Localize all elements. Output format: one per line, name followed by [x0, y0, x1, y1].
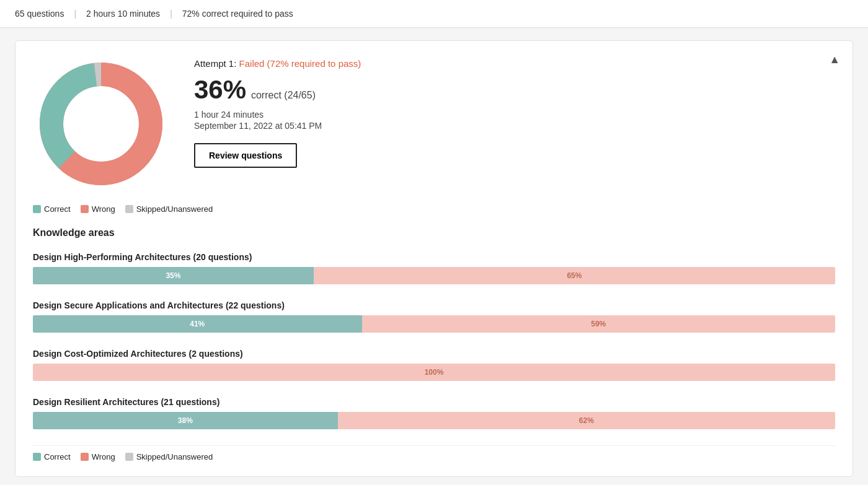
bottom-skipped-dot	[125, 453, 133, 461]
knowledge-area-1: Design High-Performing Architectures (20…	[33, 252, 835, 284]
attempt-header: Attempt 1: Failed (72% required to pass)…	[33, 56, 835, 192]
correct-pct-4: 38%	[178, 416, 193, 425]
bar-wrong-3: 100%	[33, 364, 835, 381]
wrong-pct-4: 62%	[579, 416, 594, 425]
wrong-pct-1: 65%	[567, 271, 582, 280]
top-bar: 65 questions | 2 hours 10 minutes | 72% …	[0, 0, 868, 28]
ka-title-4: Design Resilient Architectures (21 quest…	[33, 397, 835, 407]
wrong-pct-2: 59%	[591, 320, 606, 328]
pass-requirement: 72% correct required to pass	[182, 9, 293, 19]
bottom-wrong-label: Wrong	[92, 452, 115, 461]
main-content: ▲	[0, 28, 868, 485]
correct-label: Correct	[44, 204, 71, 214]
bar-correct-2: 41%	[33, 315, 362, 333]
duration: 2 hours 10 minutes	[86, 9, 160, 19]
attempt-info: Attempt 1: Failed (72% required to pass)…	[194, 56, 361, 168]
knowledge-area-2: Design Secure Applications and Architect…	[33, 300, 835, 333]
score-row: 36% correct (24/65)	[194, 75, 361, 105]
sep-2: |	[170, 9, 172, 19]
bar-track-1: 35% 65%	[33, 267, 835, 284]
bottom-correct-label: Correct	[44, 452, 71, 461]
knowledge-area-3: Design Cost-Optimized Architectures (2 q…	[33, 349, 835, 381]
attempt-card: ▲	[15, 40, 853, 477]
sep-1: |	[74, 9, 76, 19]
bottom-legend-correct: Correct	[33, 452, 71, 461]
bottom-legend: Correct Wrong Skipped/Unanswered	[33, 445, 835, 461]
collapse-button[interactable]: ▲	[829, 53, 840, 66]
ka-title-3: Design Cost-Optimized Architectures (2 q…	[33, 349, 835, 359]
score-detail: correct (24/65)	[251, 90, 316, 100]
correct-pct-1: 35%	[166, 271, 180, 280]
bar-correct-4: 38%	[33, 412, 338, 429]
bar-wrong-1: 65%	[314, 267, 835, 284]
ka-title-1: Design High-Performing Architectures (20…	[33, 252, 835, 262]
knowledge-areas-title: Knowledge areas	[33, 227, 835, 238]
wrong-pct-3: 100%	[425, 368, 444, 377]
bar-correct-1: 35%	[33, 267, 314, 284]
donut-chart	[33, 56, 169, 192]
bar-wrong-2: 59%	[362, 315, 835, 333]
wrong-label: Wrong	[92, 204, 115, 214]
wrong-dot	[81, 205, 89, 213]
bar-track-4: 38% 62%	[33, 412, 835, 429]
correct-pct-2: 41%	[190, 320, 205, 328]
bottom-legend-skipped: Skipped/Unanswered	[125, 452, 213, 461]
legend: Correct Wrong Skipped/Unanswered	[33, 204, 835, 214]
bar-wrong-4: 62%	[338, 412, 835, 429]
review-questions-button[interactable]: Review questions	[194, 143, 297, 168]
correct-dot	[33, 205, 41, 213]
legend-skipped: Skipped/Unanswered	[125, 204, 213, 214]
questions-count: 65 questions	[15, 9, 64, 19]
attempt-title-prefix: Attempt 1:	[194, 58, 239, 69]
bottom-wrong-dot	[81, 453, 89, 461]
ka-title-2: Design Secure Applications and Architect…	[33, 300, 835, 310]
legend-correct: Correct	[33, 204, 71, 214]
bottom-legend-wrong: Wrong	[81, 452, 115, 461]
knowledge-area-4: Design Resilient Architectures (21 quest…	[33, 397, 835, 429]
attempt-date: September 11, 2022 at 05:41 PM	[194, 121, 361, 131]
bar-track-2: 41% 59%	[33, 315, 835, 333]
skipped-dot	[125, 205, 133, 213]
legend-wrong: Wrong	[81, 204, 115, 214]
skipped-label: Skipped/Unanswered	[136, 204, 213, 214]
bar-track-3: 100%	[33, 364, 835, 381]
time-taken: 1 hour 24 minutes	[194, 110, 361, 120]
attempt-status: Failed (72% required to pass)	[239, 58, 361, 69]
bottom-correct-dot	[33, 453, 41, 461]
score-percentage: 36%	[194, 75, 246, 104]
svg-point-4	[64, 87, 138, 161]
attempt-title: Attempt 1: Failed (72% required to pass)	[194, 58, 361, 69]
bottom-skipped-label: Skipped/Unanswered	[136, 452, 213, 461]
